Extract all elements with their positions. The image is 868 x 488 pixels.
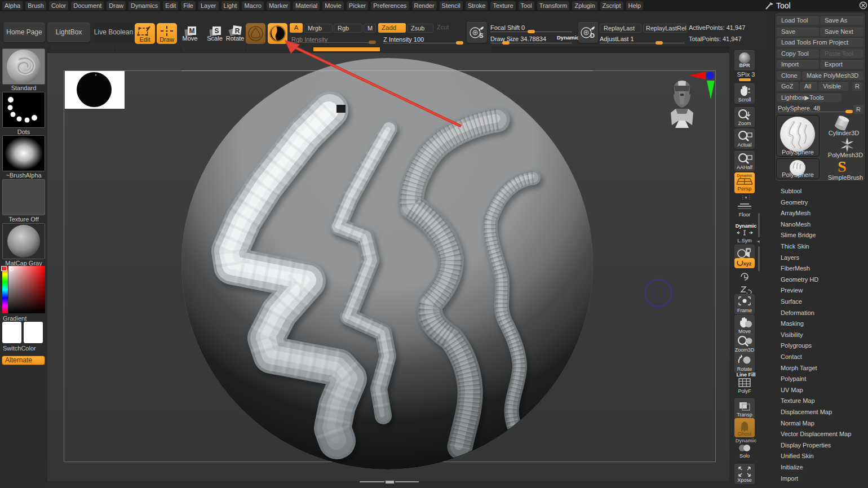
svg-text:Zoom3D: Zoom3D: [735, 347, 755, 353]
svg-text:xyz: xyz: [743, 261, 752, 267]
svg-text:Frame: Frame: [737, 308, 752, 313]
svg-text:S: S: [838, 158, 847, 175]
svg-text:Ghost: Ghost: [738, 431, 752, 437]
svg-text:AAHalf: AAHalf: [737, 165, 753, 170]
svg-text:Rotate: Rotate: [737, 366, 752, 372]
svg-text:Rotate: Rotate: [226, 35, 244, 42]
svg-text:Persp: Persp: [738, 185, 752, 192]
svg-text:S: S: [214, 27, 219, 35]
svg-text:Scale: Scale: [207, 35, 223, 42]
svg-text:BPR: BPR: [739, 63, 750, 68]
svg-text:R: R: [235, 27, 240, 35]
svg-text:Transp: Transp: [737, 412, 752, 418]
svg-text:Floor: Floor: [739, 212, 751, 218]
svg-text:Scroll: Scroll: [738, 97, 751, 103]
svg-text:Actual: Actual: [737, 142, 751, 148]
svg-text:Move: Move: [183, 35, 198, 42]
svg-text:D: D: [590, 32, 595, 39]
svg-text:L.Sym: L.Sym: [737, 238, 752, 243]
svg-text:Xpose: Xpose: [737, 477, 752, 483]
svg-text:Zoom: Zoom: [738, 121, 751, 126]
svg-text:S: S: [479, 32, 483, 39]
svg-text:Dynamic: Dynamic: [737, 174, 752, 178]
svg-text:Draw: Draw: [160, 36, 174, 43]
svg-text:Solo: Solo: [739, 453, 750, 459]
svg-text:PolyF: PolyF: [738, 388, 751, 394]
svg-text:Edit: Edit: [140, 36, 150, 43]
svg-text:M: M: [189, 27, 195, 35]
